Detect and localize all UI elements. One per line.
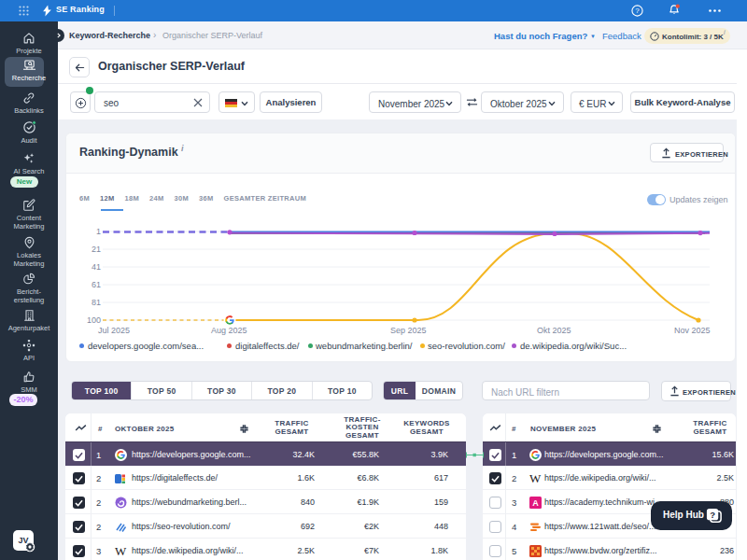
svg-text:A: A [532, 498, 539, 508]
svg-text:?: ? [635, 7, 640, 15]
svg-text:?: ? [710, 510, 715, 520]
